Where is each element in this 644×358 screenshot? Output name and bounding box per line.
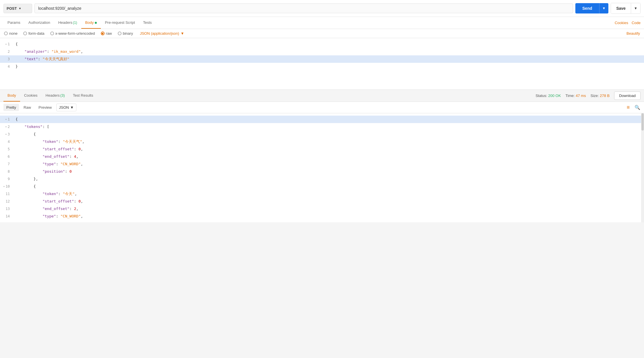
beautify-button[interactable]: Beautify [626,31,640,36]
resp-linenum-12: 12 [0,198,14,205]
resp-line-10: ▾ 10 { [0,183,644,190]
response-body-editor[interactable]: ▾ 1 { ▾ 2 "tokens": [ ▾ 3 { 4 "token": "… [0,113,644,222]
response-tabs-bar: Body Cookies Headers(3) Test Results Sta… [0,90,644,102]
resp-line-9: 9 }, [0,175,644,183]
tab-headers[interactable]: Headers(1) [54,17,81,29]
resp-toggle-10[interactable]: ▾ [3,183,5,190]
response-format-select[interactable]: JSON ▼ [56,104,76,111]
resp-linenum-4: 4 [0,139,14,145]
resp-linenum-14: 14 [0,213,14,219]
option-none[interactable]: none [4,31,18,36]
resp-line-7: 7 "type": "CN_WORD", [0,160,644,168]
send-dropdown-button[interactable]: ▼ [599,3,609,13]
resp-tab-body[interactable]: Body [3,90,20,102]
method-chevron-icon: ▼ [18,7,21,10]
resp-line-4: 4 "token": "今天天气", [0,138,644,145]
save-button-group: Save ▼ [611,3,641,14]
resp-line-11: 11 "token": "今天", [0,190,644,198]
search-icon[interactable]: 🔍 [634,104,641,111]
resp-format-chevron-icon: ▼ [70,105,74,110]
resp-linenum-5: 5 [0,146,14,152]
tab-pre-request[interactable]: Pre-request Script [101,17,139,29]
option-raw-label: raw [106,31,112,36]
tab-authorization[interactable]: Authorization [24,17,54,29]
resp-linenum-11: 11 [0,191,14,197]
resp-linenum-6: 6 [0,153,14,160]
format-select[interactable]: JSON (application/json) ▼ [140,31,184,36]
resp-tab-cookies[interactable]: Cookies [20,90,42,102]
cookies-link[interactable]: Cookies [615,21,628,25]
status-value: 200 OK [548,94,561,98]
code-link[interactable]: Code [632,21,641,25]
request-bar: POST ▼ Send ▼ Save ▼ [0,0,644,17]
option-none-label: none [9,31,18,36]
option-binary[interactable]: binary [118,31,133,36]
resp-linenum-13: 13 [0,206,14,212]
send-button-group: Send ▼ [575,3,608,13]
resp-view-pretty[interactable]: Pretty [3,104,19,111]
response-scrollbar[interactable] [641,113,644,222]
resp-linenum-3: ▾ 3 [0,131,14,137]
resp-view-raw[interactable]: Raw [21,104,34,111]
request-tabs: Params Authorization Headers(1) Body Pre… [0,17,644,29]
resp-tab-test-results[interactable]: Test Results [69,90,97,102]
option-binary-label: binary [123,31,133,36]
option-form-data[interactable]: form-data [23,31,45,36]
req-line-3: 3 "text": "今天天气真好" [0,55,644,63]
send-button[interactable]: Send [575,3,599,13]
url-input[interactable] [34,3,573,13]
option-urlencoded[interactable]: x-www-form-urlencoded [50,31,95,36]
resp-linenum-2: ▾ 2 [0,124,14,130]
time-value: 47 ms [576,94,586,98]
radio-binary [118,32,122,35]
request-body-editor[interactable]: ▾ 1 { 2 "analyzer": "ik_max_word", 3 "te… [0,38,644,90]
save-button[interactable]: Save [611,3,631,13]
word-wrap-icon[interactable]: ≡ [625,104,631,111]
req-linenum-2: 2 [0,48,14,55]
method-label: POST [7,6,17,11]
resp-line-12: 12 "start_offset": 0, [0,198,644,205]
resp-line-3: ▾ 3 { [0,131,644,138]
resp-tab-headers[interactable]: Headers(3) [42,90,69,102]
radio-form-data [23,32,27,35]
resp-view-preview[interactable]: Preview [36,104,55,111]
response-format-bar: Pretty Raw Preview JSON ▼ ≡ 🔍 [0,102,644,113]
req-linenum-3: 3 [0,56,14,62]
response-format-icons: ≡ 🔍 [625,104,641,111]
resp-line-5: 5 "start_offset": 0, [0,145,644,153]
format-chevron-icon: ▼ [180,31,184,36]
method-select[interactable]: POST ▼ [3,4,32,13]
tab-tests[interactable]: Tests [139,17,156,29]
resp-line-14: 14 "type": "CN_WORD", [0,213,644,220]
resp-linenum-7: 7 [0,161,14,167]
size-value: 278 B [600,94,610,98]
resp-linenum-10: ▾ 10 [0,183,14,190]
resp-linenum-8: 8 [0,168,14,175]
radio-urlencoded [50,32,54,35]
option-raw[interactable]: raw [101,31,112,36]
req-toggle-1[interactable]: ▾ [5,41,7,47]
status-label: Status: 200 OK [535,94,561,98]
resp-linenum-1: ▾ 1 [0,116,14,122]
option-urlencoded-label: x-www-form-urlencoded [55,31,95,36]
req-line-1: ▾ 1 { [0,40,644,48]
req-linenum-4: 4 [0,63,14,70]
save-dropdown-button[interactable]: ▼ [631,3,640,13]
tab-params[interactable]: Params [3,17,24,29]
radio-none [4,32,8,35]
resp-linenum-9: 9 [0,176,14,182]
download-button[interactable]: Download [614,92,641,100]
radio-raw [101,32,105,35]
response-meta: Status: 200 OK Time: 47 ms Size: 278 B D… [535,92,641,100]
resp-format-label: JSON [59,105,69,110]
resp-line-1: ▾ 1 { [0,116,644,123]
request-tabs-right: Cookies Code [615,21,641,25]
tab-body[interactable]: Body [81,17,101,29]
format-label: JSON (application/json) [140,31,179,36]
resp-toggle-2[interactable]: ▾ [5,124,7,130]
resp-toggle-3[interactable]: ▾ [5,131,7,137]
resp-line-2: ▾ 2 "tokens": [ [0,123,644,131]
option-form-data-label: form-data [28,31,45,36]
req-linenum-1: ▾ 1 [0,41,14,47]
resp-toggle-1[interactable]: ▾ [5,116,7,122]
